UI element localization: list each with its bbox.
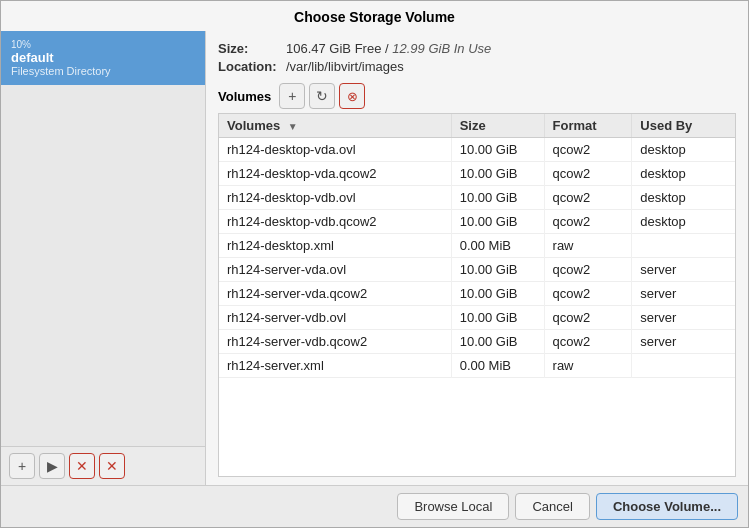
add-volume-button[interactable]: + bbox=[279, 83, 305, 109]
col-header-usedby: Used By bbox=[632, 114, 735, 138]
sidebar: 10% default Filesystem Directory + ▶ ✕ ✕ bbox=[1, 31, 206, 485]
table-row[interactable]: rh124-desktop.xml0.00 MiBraw bbox=[219, 234, 735, 258]
plus-icon: + bbox=[288, 88, 296, 104]
cancel-button[interactable]: Cancel bbox=[515, 493, 589, 520]
cell-used_by: desktop bbox=[632, 186, 735, 210]
cell-volumes: rh124-desktop-vdb.qcow2 bbox=[219, 210, 451, 234]
cell-volumes: rh124-desktop.xml bbox=[219, 234, 451, 258]
cell-used_by bbox=[632, 354, 735, 378]
sidebar-item-badge: 10% bbox=[11, 39, 195, 50]
cell-volumes: rh124-desktop-vda.qcow2 bbox=[219, 162, 451, 186]
plus-icon: + bbox=[18, 458, 26, 474]
play-icon: ▶ bbox=[47, 458, 58, 474]
col-header-size: Size bbox=[451, 114, 544, 138]
table-row[interactable]: rh124-server.xml0.00 MiBraw bbox=[219, 354, 735, 378]
cell-volumes: rh124-server.xml bbox=[219, 354, 451, 378]
cell-format: qcow2 bbox=[544, 330, 632, 354]
size-value: 106.47 GiB Free / bbox=[286, 41, 389, 56]
cell-used_by: desktop bbox=[632, 138, 735, 162]
stop-pool-button[interactable]: ✕ bbox=[99, 453, 125, 479]
table-row[interactable]: rh124-server-vdb.ovl10.00 GiBqcow2server bbox=[219, 306, 735, 330]
cell-size: 10.00 GiB bbox=[451, 210, 544, 234]
cell-format: qcow2 bbox=[544, 210, 632, 234]
refresh-button[interactable]: ↻ bbox=[309, 83, 335, 109]
sidebar-item-default[interactable]: 10% default Filesystem Directory bbox=[1, 31, 205, 85]
cell-used_by: server bbox=[632, 330, 735, 354]
table-row[interactable]: rh124-desktop-vdb.qcow210.00 GiBqcow2des… bbox=[219, 210, 735, 234]
volumes-table: Volumes ▼ Size Format Used By bbox=[219, 114, 735, 378]
cell-format: qcow2 bbox=[544, 258, 632, 282]
cell-size: 10.00 GiB bbox=[451, 282, 544, 306]
cell-format: qcow2 bbox=[544, 186, 632, 210]
sidebar-spacer bbox=[1, 85, 205, 446]
cell-size: 10.00 GiB bbox=[451, 330, 544, 354]
table-row[interactable]: rh124-desktop-vda.ovl10.00 GiBqcow2deskt… bbox=[219, 138, 735, 162]
location-row: Location: /var/lib/libvirt/images bbox=[218, 59, 736, 74]
cell-used_by: server bbox=[632, 258, 735, 282]
start-pool-button[interactable]: ▶ bbox=[39, 453, 65, 479]
volumes-toolbar: Volumes + ↻ ⊗ bbox=[218, 83, 736, 109]
col-label-volumes: Volumes bbox=[227, 118, 280, 133]
cell-size: 10.00 GiB bbox=[451, 186, 544, 210]
cell-size: 10.00 GiB bbox=[451, 162, 544, 186]
cell-size: 10.00 GiB bbox=[451, 138, 544, 162]
cell-size: 0.00 MiB bbox=[451, 354, 544, 378]
refresh-icon: ↻ bbox=[316, 88, 328, 104]
col-header-format: Format bbox=[544, 114, 632, 138]
cell-volumes: rh124-server-vdb.ovl bbox=[219, 306, 451, 330]
cell-volumes: rh124-desktop-vda.ovl bbox=[219, 138, 451, 162]
cell-volumes: rh124-server-vdb.qcow2 bbox=[219, 330, 451, 354]
cell-used_by: server bbox=[632, 306, 735, 330]
cell-format: qcow2 bbox=[544, 282, 632, 306]
col-header-volumes[interactable]: Volumes ▼ bbox=[219, 114, 451, 138]
dialog-body: 10% default Filesystem Directory + ▶ ✕ ✕ bbox=[1, 31, 748, 485]
cell-volumes: rh124-server-vda.ovl bbox=[219, 258, 451, 282]
cell-format: qcow2 bbox=[544, 138, 632, 162]
cell-used_by: desktop bbox=[632, 162, 735, 186]
stop-icon: ✕ bbox=[106, 458, 118, 474]
add-pool-button[interactable]: + bbox=[9, 453, 35, 479]
dialog-footer: Browse Local Cancel Choose Volume... bbox=[1, 485, 748, 527]
delete-icon: ⊗ bbox=[347, 89, 358, 104]
size-italic: 12.99 GiB In Use bbox=[392, 41, 491, 56]
sort-arrow-volumes: ▼ bbox=[288, 121, 298, 132]
volumes-label: Volumes bbox=[218, 89, 271, 104]
browse-local-button[interactable]: Browse Local bbox=[397, 493, 509, 520]
table-row[interactable]: rh124-server-vda.qcow210.00 GiBqcow2serv… bbox=[219, 282, 735, 306]
size-row: Size: 106.47 GiB Free / 12.99 GiB In Use bbox=[218, 41, 736, 56]
sidebar-item-sub: Filesystem Directory bbox=[11, 65, 195, 77]
cell-used_by: desktop bbox=[632, 210, 735, 234]
size-label: Size: bbox=[218, 41, 286, 56]
location-value: /var/lib/libvirt/images bbox=[286, 59, 404, 74]
cell-format: qcow2 bbox=[544, 306, 632, 330]
sidebar-bottom-toolbar: + ▶ ✕ ✕ bbox=[1, 446, 205, 485]
cell-volumes: rh124-desktop-vdb.ovl bbox=[219, 186, 451, 210]
cell-size: 10.00 GiB bbox=[451, 258, 544, 282]
cell-volumes: rh124-server-vda.qcow2 bbox=[219, 282, 451, 306]
cell-size: 0.00 MiB bbox=[451, 234, 544, 258]
dialog-title: Choose Storage Volume bbox=[1, 1, 748, 31]
cell-format: raw bbox=[544, 354, 632, 378]
choose-volume-button[interactable]: Choose Volume... bbox=[596, 493, 738, 520]
cell-used_by bbox=[632, 234, 735, 258]
table-row[interactable]: rh124-desktop-vdb.ovl10.00 GiBqcow2deskt… bbox=[219, 186, 735, 210]
main-area: Size: 106.47 GiB Free / 12.99 GiB In Use… bbox=[206, 31, 748, 485]
choose-storage-volume-dialog: Choose Storage Volume 10% default Filesy… bbox=[0, 0, 749, 528]
delete-icon: ✕ bbox=[76, 458, 88, 474]
table-row[interactable]: rh124-server-vda.ovl10.00 GiBqcow2server bbox=[219, 258, 735, 282]
table-row[interactable]: rh124-server-vdb.qcow210.00 GiBqcow2serv… bbox=[219, 330, 735, 354]
volumes-table-container[interactable]: Volumes ▼ Size Format Used By bbox=[218, 113, 736, 477]
table-row[interactable]: rh124-desktop-vda.qcow210.00 GiBqcow2des… bbox=[219, 162, 735, 186]
cell-format: qcow2 bbox=[544, 162, 632, 186]
location-label: Location: bbox=[218, 59, 286, 74]
delete-volume-button[interactable]: ⊗ bbox=[339, 83, 365, 109]
cell-used_by: server bbox=[632, 282, 735, 306]
sidebar-item-name: default bbox=[11, 50, 195, 65]
cell-format: raw bbox=[544, 234, 632, 258]
cell-size: 10.00 GiB bbox=[451, 306, 544, 330]
delete-pool-button[interactable]: ✕ bbox=[69, 453, 95, 479]
